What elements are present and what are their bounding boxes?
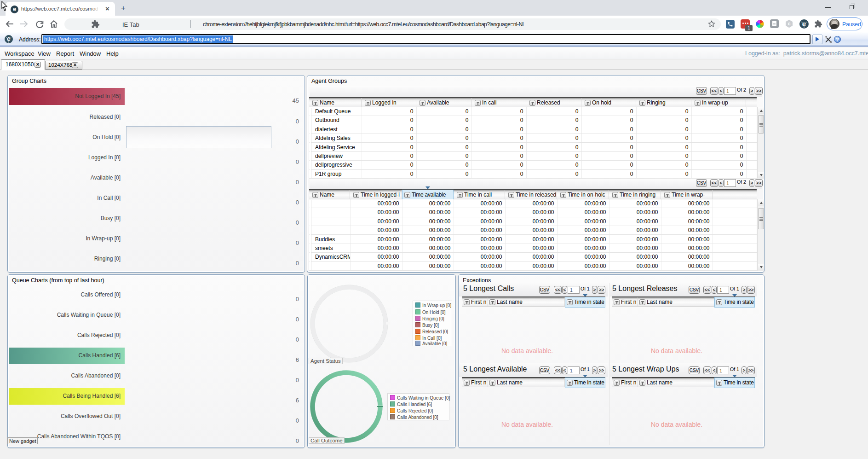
svg-text:c: c: [788, 21, 791, 26]
